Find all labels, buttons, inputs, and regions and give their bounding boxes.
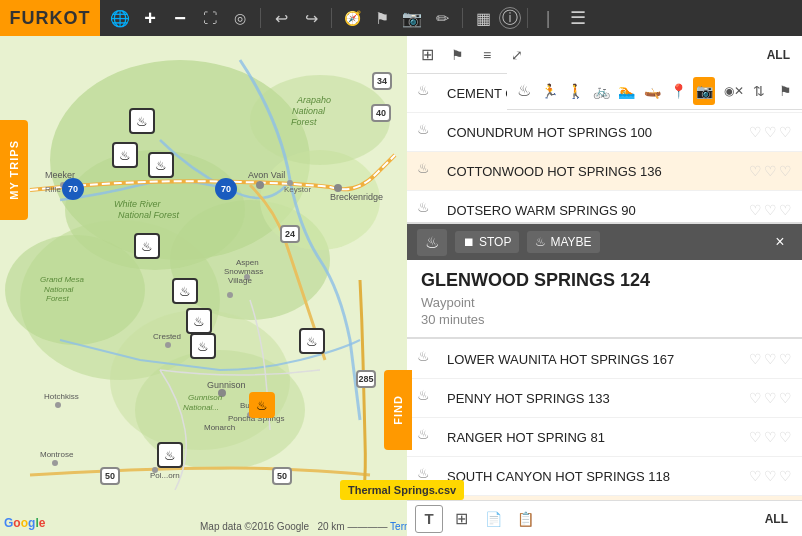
- heart-7c[interactable]: ♡: [779, 429, 792, 445]
- heart-2c[interactable]: ♡: [779, 124, 792, 140]
- all-filter-btn[interactable]: ALL: [761, 46, 796, 64]
- heart-5c[interactable]: ♡: [779, 351, 792, 367]
- routing-icon[interactable]: 🧭: [338, 4, 366, 32]
- heart-3c[interactable]: ♡: [779, 163, 792, 179]
- spring-marker-4[interactable]: ♨: [134, 233, 160, 259]
- doc2-btn[interactable]: 📋: [511, 505, 539, 533]
- heart-7a[interactable]: ♡: [749, 429, 762, 445]
- spring-marker-7[interactable]: ♨: [190, 333, 216, 359]
- list-item[interactable]: ♨ PENNY HOT SPRINGS 133 ♡ ♡ ♡: [407, 379, 802, 418]
- remove-waypoint-icon[interactable]: −: [166, 4, 194, 32]
- heart-5b[interactable]: ♡: [764, 351, 777, 367]
- heart-5a[interactable]: ♡: [749, 351, 762, 367]
- list-item[interactable]: ♨ LOWER WAUNITA HOT SPRINGS 167 ♡ ♡ ♡: [407, 340, 802, 379]
- spring-marker-1[interactable]: ♨: [112, 142, 138, 168]
- find-tab[interactable]: FIND: [384, 370, 412, 450]
- all-bottom-btn[interactable]: ALL: [759, 510, 794, 528]
- heart-2a[interactable]: ♡: [749, 124, 762, 140]
- table-icon[interactable]: ▦: [469, 4, 497, 32]
- flag-view-btn[interactable]: ⚑: [443, 41, 471, 69]
- heart-4b[interactable]: ♡: [764, 202, 777, 218]
- stop-btn[interactable]: ⏹ STOP: [455, 231, 519, 253]
- svg-text:Rifle: Rifle: [45, 185, 62, 194]
- list-item[interactable]: ♨ CONUNDRUM HOT SPRINGS 100 ♡ ♡ ♡: [407, 113, 802, 152]
- spring-type-1-icon[interactable]: ♨: [513, 77, 535, 105]
- sort-icon[interactable]: ⇅: [749, 77, 771, 105]
- heart-icons-2[interactable]: ♡ ♡ ♡: [749, 124, 792, 140]
- heart-4a[interactable]: ♡: [749, 202, 762, 218]
- camera-filter-icon[interactable]: 📷: [693, 77, 715, 105]
- add-waypoint-icon[interactable]: +: [136, 4, 164, 32]
- svg-point-12: [256, 181, 264, 189]
- csv-chip[interactable]: Thermal Springs.csv: [340, 480, 464, 500]
- spring-marker-5[interactable]: ♨: [172, 278, 198, 304]
- spring-item-icon-7: ♨: [417, 426, 439, 448]
- heart-7b[interactable]: ♡: [764, 429, 777, 445]
- heart-icons-3[interactable]: ♡ ♡ ♡: [749, 163, 792, 179]
- heart-icons-8[interactable]: ♡ ♡ ♡: [749, 468, 792, 484]
- list-item[interactable]: ♨ RANGER HOT SPRING 81 ♡ ♡ ♡: [407, 418, 802, 457]
- expand-view-btn[interactable]: ⤢: [503, 41, 531, 69]
- flag-filter-icon[interactable]: ⚑: [774, 77, 796, 105]
- spring-marker-3[interactable]: ♨: [129, 108, 155, 134]
- secondary-toolbar: ♨ 🏃 🚶 🚲 🏊 🛶 📍 📷 ◉✕ ⇅ ⚑: [507, 72, 802, 110]
- doc-btn[interactable]: 📄: [479, 505, 507, 533]
- interstate-70-badge-1: 70: [62, 178, 84, 200]
- edit-icon[interactable]: ✏: [428, 4, 456, 32]
- heart-6b[interactable]: ♡: [764, 390, 777, 406]
- list-item[interactable]: ♨ SOUTH CANYON HOT SPRINGS 118 ♡ ♡ ♡: [407, 457, 802, 496]
- svg-text:White River: White River: [114, 199, 162, 209]
- interstate-70-badge-2: 70: [215, 178, 237, 200]
- spring-marker-6[interactable]: ♨: [186, 308, 212, 334]
- flag-toolbar-icon[interactable]: ⚑: [368, 4, 396, 32]
- activity-run-icon[interactable]: 🏃: [539, 77, 561, 105]
- heart-8b[interactable]: ♡: [764, 468, 777, 484]
- popup-close-btn[interactable]: ×: [768, 230, 792, 254]
- svg-point-8: [5, 235, 145, 345]
- list-item-cottonwood[interactable]: ♨ COTTONWOOD HOT SPRINGS 136 ♡ ♡ ♡: [407, 152, 802, 191]
- activity-swim-icon[interactable]: 🏊: [616, 77, 638, 105]
- heart-icons-7[interactable]: ♡ ♡ ♡: [749, 429, 792, 445]
- item-name-2: CONUNDRUM HOT SPRINGS 100: [447, 125, 749, 140]
- app-logo[interactable]: FURKOT: [0, 0, 100, 36]
- heart-3b[interactable]: ♡: [764, 163, 777, 179]
- heart-6a[interactable]: ♡: [749, 390, 762, 406]
- text-btn[interactable]: T: [415, 505, 443, 533]
- svg-text:Hotchkiss: Hotchkiss: [44, 392, 79, 401]
- photo-icon[interactable]: 📷: [398, 4, 426, 32]
- list-view-btn[interactable]: ≡: [473, 41, 501, 69]
- spring-marker-2[interactable]: ♨: [148, 152, 174, 178]
- popup-title: GLENWOOD SPRINGS 124: [421, 270, 788, 291]
- visibility-icon[interactable]: ◉✕: [723, 77, 745, 105]
- heart-icons-4[interactable]: ♡ ♡ ♡: [749, 202, 792, 218]
- fullscreen-icon[interactable]: ⛶: [196, 4, 224, 32]
- maybe-btn[interactable]: ♨ MAYBE: [527, 231, 599, 253]
- heart-6c[interactable]: ♡: [779, 390, 792, 406]
- activity-hike-icon[interactable]: 🚶: [564, 77, 586, 105]
- globe-icon[interactable]: 🌐: [106, 4, 134, 32]
- spring-marker-orange[interactable]: ♨: [249, 392, 275, 418]
- location-dot-icon[interactable]: 📍: [667, 77, 689, 105]
- heart-icons-5[interactable]: ♡ ♡ ♡: [749, 351, 792, 367]
- redo-icon[interactable]: ↪: [297, 4, 325, 32]
- heart-2b[interactable]: ♡: [764, 124, 777, 140]
- locate-icon[interactable]: ◎: [226, 4, 254, 32]
- activity-paddle-icon[interactable]: 🛶: [642, 77, 664, 105]
- svg-text:Gunnison: Gunnison: [207, 380, 246, 390]
- grid-bottom-btn[interactable]: ⊞: [447, 505, 475, 533]
- heart-3a[interactable]: ♡: [749, 163, 762, 179]
- heart-8a[interactable]: ♡: [749, 468, 762, 484]
- heart-8c[interactable]: ♡: [779, 468, 792, 484]
- spring-marker-9[interactable]: ♨: [157, 442, 183, 468]
- hamburger-menu-icon[interactable]: ☰: [564, 4, 592, 32]
- spring-item-icon-1: ♨: [417, 82, 439, 104]
- undo-icon[interactable]: ↩: [267, 4, 295, 32]
- spring-marker-8[interactable]: ♨: [299, 328, 325, 354]
- my-trips-tab[interactable]: MY TRIPS: [0, 120, 28, 220]
- grid-view-btn[interactable]: ⊞: [413, 41, 441, 69]
- activity-bike-icon[interactable]: 🚲: [590, 77, 612, 105]
- help-icon[interactable]: ⓘ: [499, 7, 521, 29]
- my-trips-label: MY TRIPS: [8, 140, 20, 200]
- heart-4c[interactable]: ♡: [779, 202, 792, 218]
- heart-icons-6[interactable]: ♡ ♡ ♡: [749, 390, 792, 406]
